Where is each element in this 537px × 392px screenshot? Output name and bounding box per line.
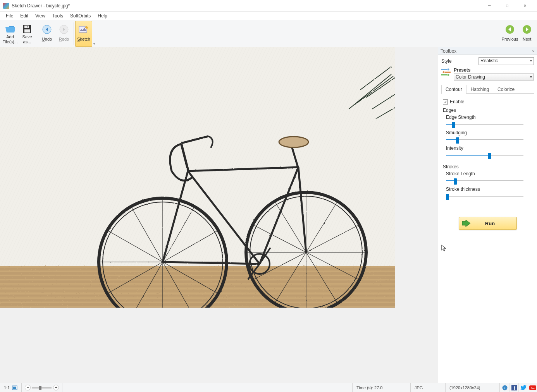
checkbox-icon: ✓	[443, 99, 448, 104]
toolbox-header: Toolbox ×	[438, 47, 537, 55]
svg-text:i: i	[504, 386, 505, 390]
previous-button[interactable]: Previous	[501, 21, 518, 47]
svg-rect-1	[24, 26, 29, 28]
enable-label: Enable	[450, 99, 464, 104]
next-icon	[522, 24, 532, 35]
toolbar-separator	[37, 22, 37, 45]
titlebar: Sketch Drawer - bicycle.jpg* ─ □ ✕	[0, 0, 537, 12]
contour-pane: ✓ Enable Edges Edge Strength Smudging In…	[441, 96, 534, 233]
fit-screen-icon	[12, 385, 17, 390]
status-format: JPG	[411, 383, 446, 392]
svg-point-43	[279, 137, 308, 147]
svg-rect-44	[441, 69, 447, 70]
edges-section-label: Edges	[443, 108, 532, 113]
presets-dropdown[interactable]: Color Drawing	[454, 74, 534, 80]
app-icon	[3, 3, 9, 9]
zoom-control: − +	[22, 383, 62, 392]
presets-icon	[441, 67, 451, 77]
window-title: Sketch Drawer - bicycle.jpg*	[12, 3, 480, 9]
toolbox-close-button[interactable]: ×	[532, 49, 535, 53]
menu-view[interactable]: View	[32, 12, 49, 19]
toolbox-tabs: Contour Hatching Colorize	[441, 84, 534, 94]
next-button[interactable]: Next	[518, 21, 535, 47]
edge-strength-slider[interactable]	[446, 121, 523, 128]
intensity-label: Intensity	[446, 146, 532, 151]
undo-icon	[41, 24, 52, 35]
sketch-icon	[78, 24, 89, 35]
canvas-area[interactable]	[0, 47, 438, 383]
svg-rect-2	[24, 29, 30, 33]
edge-strength-label: Edge Strength	[446, 115, 532, 120]
sketch-button[interactable]: Sketch	[75, 21, 92, 47]
redo-button[interactable]: Redo	[55, 21, 72, 47]
style-label: Style	[441, 58, 476, 64]
undo-label: Undo	[42, 35, 52, 44]
zoom-ratio[interactable]: 1:1	[0, 383, 22, 392]
toolbox-title: Toolbox	[441, 48, 456, 54]
svg-rect-51	[13, 387, 16, 389]
svg-text:You: You	[531, 387, 534, 389]
run-arrow-icon	[461, 219, 471, 228]
menu-tools[interactable]: Tools	[49, 12, 67, 19]
status-dimensions: (1920x1280x24)	[446, 383, 500, 392]
tab-colorize[interactable]: Colorize	[493, 85, 519, 94]
tab-contour[interactable]: Contour	[441, 85, 466, 94]
toolbar-separator	[74, 22, 74, 45]
toolbar: Add File(s)... Save as... Undo Redo Sket…	[0, 20, 537, 47]
maximize-button[interactable]: □	[498, 0, 516, 12]
menu-softorbits[interactable]: SoftOrbits	[67, 12, 94, 19]
menu-edit[interactable]: Edit	[17, 12, 32, 19]
facebook-icon[interactable]: f	[509, 383, 518, 392]
smudging-slider[interactable]	[446, 136, 523, 143]
menu-help[interactable]: Help	[94, 12, 111, 19]
save-as-label: Save as...	[22, 34, 32, 44]
add-files-button[interactable]: Add File(s)...	[2, 21, 19, 47]
svg-point-45	[448, 68, 449, 70]
svg-rect-48	[441, 74, 447, 75]
zoom-slider[interactable]	[32, 387, 52, 389]
tab-hatching[interactable]: Hatching	[466, 85, 493, 94]
svg-rect-13	[0, 266, 395, 308]
intensity-slider[interactable]	[446, 152, 523, 159]
youtube-icon[interactable]: You	[528, 383, 537, 392]
run-label: Run	[471, 221, 516, 226]
stroke-length-slider[interactable]	[446, 177, 523, 184]
minimize-button[interactable]: ─	[480, 0, 498, 12]
enable-checkbox[interactable]: ✓ Enable	[443, 99, 532, 104]
info-icon[interactable]: i	[500, 383, 509, 392]
floppy-icon	[22, 24, 33, 34]
folder-open-icon	[5, 24, 15, 34]
redo-icon	[59, 24, 69, 35]
svg-rect-3	[28, 26, 28, 27]
svg-point-49	[448, 74, 449, 76]
toolbox-panel: Toolbox × Style Realistic Presets Color …	[438, 47, 537, 383]
status-spacer	[62, 383, 353, 392]
undo-button[interactable]: Undo	[38, 21, 55, 47]
stroke-length-label: Stroke Length	[446, 171, 532, 176]
previous-icon	[504, 24, 515, 35]
run-button[interactable]: Run	[459, 217, 517, 230]
svg-rect-46	[445, 72, 451, 73]
statusbar: 1:1 − + Time (s): 27.0 JPG (1920x1280x24…	[0, 383, 537, 392]
svg-point-47	[443, 71, 445, 73]
zoom-out-button[interactable]: −	[25, 385, 31, 390]
status-time: Time (s): 27.0	[353, 383, 411, 392]
smudging-label: Smudging	[446, 130, 532, 135]
sketch-preview	[0, 47, 395, 308]
stroke-thickness-slider[interactable]	[446, 193, 523, 200]
close-button[interactable]: ✕	[516, 0, 534, 12]
previous-label: Previous	[502, 35, 518, 44]
twitter-icon[interactable]	[518, 383, 528, 392]
toolbar-overflow[interactable]: ▾	[92, 21, 96, 47]
add-files-label: Add File(s)...	[2, 34, 18, 44]
save-as-button[interactable]: Save as...	[19, 21, 36, 47]
zoom-in-button[interactable]: +	[53, 385, 59, 390]
menu-file[interactable]: File	[2, 12, 17, 19]
redo-label: Redo	[59, 35, 69, 44]
presets-label: Presets	[454, 67, 534, 73]
next-label: Next	[523, 35, 532, 44]
strokes-section-label: Strokes	[443, 164, 532, 169]
stroke-thickness-label: Stroke thickness	[446, 187, 532, 192]
style-dropdown[interactable]: Realistic	[478, 57, 534, 65]
sketch-label: Sketch	[77, 35, 90, 44]
